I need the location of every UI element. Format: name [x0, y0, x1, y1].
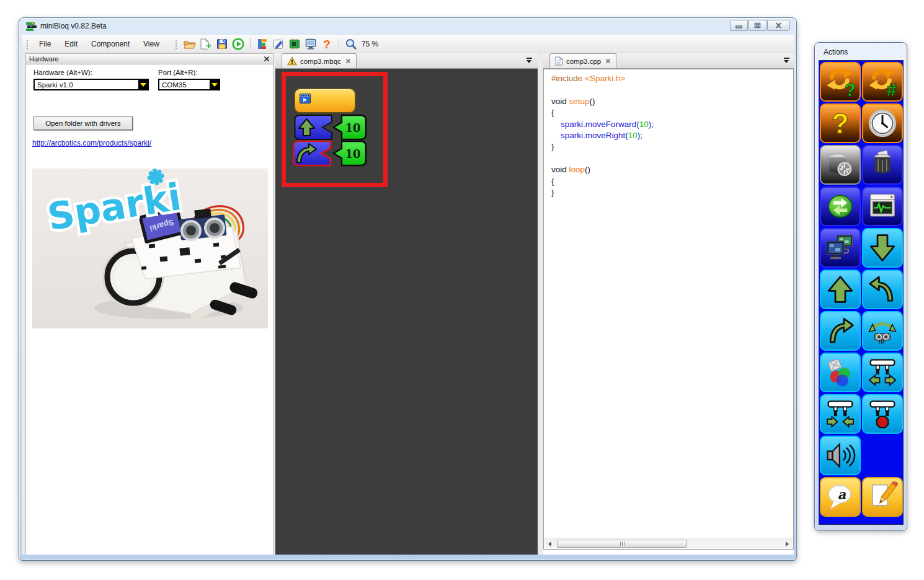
servo-motor-icon: [867, 149, 898, 180]
edit-pencil-icon: [272, 38, 285, 50]
action-block-motor[interactable]: [820, 145, 861, 185]
window-content: File Edit Component View: [22, 35, 794, 555]
hardware-select[interactable]: Sparki v1.0: [33, 79, 149, 90]
computers-icon: [825, 232, 856, 263]
param-value: 10: [345, 147, 360, 160]
app-icon: [26, 22, 37, 32]
action-block-repeat-while[interactable]: ?: [820, 62, 861, 102]
hardware-select-label: Hardware (Alt+W):: [33, 69, 92, 76]
panel-close-icon[interactable]: [264, 56, 270, 62]
port-select-label: Port (Alt+R):: [158, 69, 198, 76]
action-block-move-backward[interactable]: [862, 228, 903, 268]
action-block-gripper-open[interactable]: [862, 353, 903, 392]
tab-cpp[interactable]: comp3.cpp: [549, 53, 616, 68]
tab-list-menu-button[interactable]: [783, 58, 790, 64]
sparki-product-link[interactable]: http://arcbotics.com/products/sparki/: [32, 139, 151, 147]
action-block-draw[interactable]: [862, 477, 903, 517]
block-turn-right[interactable]: [292, 140, 332, 167]
rgb-led-icon: [825, 357, 856, 388]
open-folder-icon: [183, 38, 196, 50]
desktop: miniBloq v0.82.Beta File Edit Component: [0, 0, 924, 580]
code-line: void loop(): [551, 164, 654, 175]
zoom-button[interactable]: [343, 37, 359, 51]
backward-arrow-icon: [867, 232, 898, 263]
titlebar[interactable]: miniBloq v0.82.Beta: [19, 18, 796, 35]
new-file-button[interactable]: [198, 37, 214, 51]
tab-close-icon[interactable]: [345, 58, 351, 64]
action-block-print-text[interactable]: a: [820, 477, 861, 517]
horizontal-scrollbar[interactable]: [544, 538, 793, 548]
tab-list-menu-button[interactable]: [525, 58, 533, 64]
scrollbar-thumb[interactable]: [557, 540, 687, 548]
action-block-remote-pc[interactable]: [820, 228, 861, 268]
code-line: }: [551, 187, 654, 198]
menu-view[interactable]: View: [136, 37, 166, 51]
open-button[interactable]: [182, 37, 198, 51]
main-window: miniBloq v0.82.Beta File Edit Component: [19, 17, 797, 561]
action-block-delay[interactable]: [862, 103, 903, 143]
code-line: sparki.moveRight(10);: [551, 130, 654, 141]
hardware-panel: Hardware Hardware (Alt+W): Sparki v1.0 P…: [25, 53, 273, 555]
components-button[interactable]: [254, 37, 270, 51]
block-move-forward[interactable]: [293, 114, 333, 141]
tab-close-icon[interactable]: [605, 58, 611, 64]
save-button[interactable]: [214, 37, 230, 51]
svg-text:#: #: [887, 79, 897, 97]
document-icon: [555, 56, 563, 66]
code-line: [551, 153, 654, 164]
open-drivers-button[interactable]: Open folder with drivers: [33, 116, 133, 130]
block-canvas[interactable]: 10 10: [275, 69, 538, 555]
block-param-forward[interactable]: 10: [331, 114, 368, 141]
menu-edit[interactable]: Edit: [58, 37, 84, 51]
action-block-condition[interactable]: ?: [820, 103, 861, 143]
action-block-serial-monitor[interactable]: [862, 187, 903, 226]
action-block-data-exchange[interactable]: [820, 187, 861, 226]
toolbar-grip[interactable]: [25, 39, 29, 49]
action-block-beep[interactable]: [820, 436, 861, 475]
gripper-close-icon: [825, 398, 856, 429]
minimize-button[interactable]: [730, 20, 748, 31]
tab-cpp-label: comp3.cpp: [566, 58, 601, 65]
tab-mbqc[interactable]: comp3.mbqc: [282, 53, 357, 68]
port-select[interactable]: COM35: [158, 79, 220, 90]
close-button[interactable]: [767, 20, 790, 31]
window-title: miniBloq v0.82.Beta: [40, 22, 107, 30]
action-block-repeat-count[interactable]: #: [862, 62, 903, 102]
block-editor-panel: comp3.mbqc: [275, 53, 538, 555]
actions-palette-window: Actions ?: [814, 42, 907, 531]
action-block-move-forward[interactable]: [820, 270, 861, 309]
actions-grid: ? # ?: [820, 62, 903, 517]
open-drivers-button-label: Open folder with drivers: [45, 120, 120, 127]
hardware-select-value: Sparki v1.0: [37, 81, 73, 89]
help-button[interactable]: ?: [319, 37, 335, 51]
maximize-button[interactable]: [749, 20, 766, 31]
action-block-rgb-led[interactable]: [820, 353, 861, 392]
action-block-gripper-close[interactable]: [820, 394, 861, 434]
code-editor[interactable]: #include <Sparki.h> void setup(){ sparki…: [543, 69, 794, 550]
action-block-gripper-stop[interactable]: [862, 394, 903, 434]
action-block-servo-motor[interactable]: [862, 145, 903, 185]
menubar: File Edit Component View: [22, 35, 794, 53]
dropdown-arrow-icon[interactable]: [210, 80, 219, 89]
board-button[interactable]: [287, 37, 303, 51]
edit-button[interactable]: [270, 37, 287, 51]
menu-file[interactable]: File: [32, 37, 58, 51]
toolbar-grip[interactable]: [175, 39, 178, 49]
run-button[interactable]: [230, 37, 246, 51]
board-icon: [288, 38, 301, 50]
action-block-turn-right[interactable]: [820, 311, 861, 351]
block-param-right[interactable]: 10: [331, 140, 368, 167]
gripper-stop-icon: [867, 398, 898, 429]
block-program-start[interactable]: [294, 88, 356, 113]
exchange-icon: [825, 191, 856, 222]
actions-palette-body: ? # ?: [819, 60, 904, 525]
action-block-ultrasonic-sweep[interactable]: [862, 311, 903, 351]
scroll-left-button[interactable]: [544, 539, 555, 548]
action-block-turn-left[interactable]: [862, 270, 903, 309]
dropdown-arrow-icon[interactable]: [138, 80, 148, 89]
terminal-button[interactable]: [303, 37, 319, 51]
scroll-right-button[interactable]: [782, 539, 793, 548]
code-line: {: [551, 176, 654, 187]
clock-icon: [867, 108, 898, 139]
menu-component[interactable]: Component: [84, 37, 136, 51]
